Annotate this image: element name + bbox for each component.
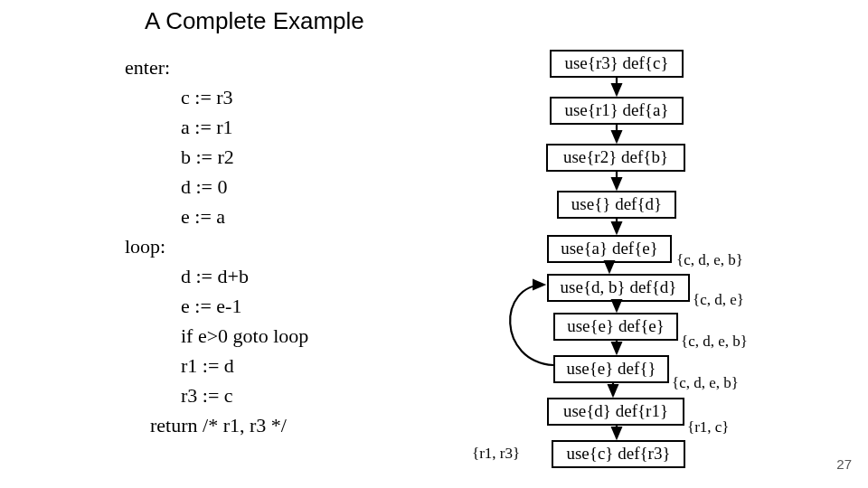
stmt-a: a := r1 — [125, 112, 308, 142]
set-after-goto: {c, d, e, b} — [672, 374, 739, 392]
code-block: enter: c := r3 a := r1 b := r2 d := 0 e … — [125, 52, 308, 440]
label-loop: loop: — [125, 231, 308, 261]
node-use-db-def-d: use{d, b} def{d} — [547, 274, 690, 302]
node-use-c-def-r3: use{c} def{r3} — [552, 440, 685, 468]
stmt-return: return /* r1, r3 */ — [125, 410, 308, 440]
stmt-r1: r1 := d — [125, 351, 308, 380]
set-after-e2: {c, d, e, b} — [681, 333, 748, 351]
set-after-r1: {r1, c} — [687, 418, 730, 436]
label-enter: enter: — [125, 52, 308, 82]
page-number: 27 — [836, 456, 852, 472]
node-use-e-def: use{e} def{} — [553, 355, 669, 383]
stmt-d2: d := d+b — [125, 261, 308, 291]
node-use-r3-def-c: use{r3} def{c} — [550, 50, 684, 78]
stmt-b: b := r2 — [125, 142, 308, 172]
node-use-r1-def-a: use{r1} def{a} — [550, 97, 684, 125]
stmt-goto: if e>0 goto loop — [125, 321, 308, 351]
stmt-c: c := r3 — [125, 82, 308, 112]
node-use-a-def-e: use{a} def{e} — [547, 235, 672, 263]
stmt-d: d := 0 — [125, 172, 308, 202]
set-after-e: {c, d, e, b} — [676, 251, 743, 269]
node-use-e-def-e: use{e} def{e} — [553, 313, 678, 341]
stmt-e2: e := e-1 — [125, 291, 308, 321]
stmt-e: e := a — [125, 202, 308, 231]
stmt-r3: r3 := c — [125, 380, 308, 410]
return-set: {r1, r3} — [472, 445, 520, 463]
node-use-def-d: use{} def{d} — [557, 191, 676, 219]
set-after-d2: {c, d, e} — [693, 291, 744, 309]
page-title: A Complete Example — [145, 7, 364, 35]
node-use-d-def-r1: use{d} def{r1} — [547, 398, 684, 426]
node-use-r2-def-b: use{r2} def{b} — [546, 144, 685, 172]
